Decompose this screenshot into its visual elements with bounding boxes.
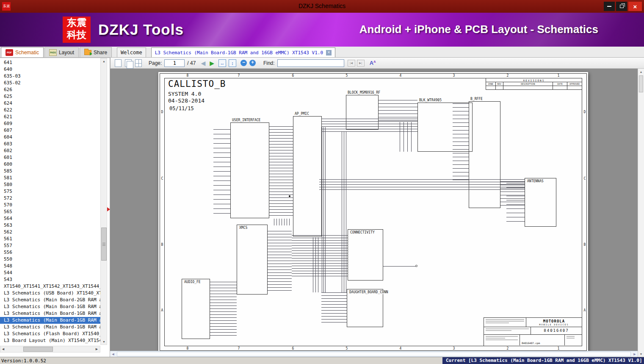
find-next-button[interactable]: ▶| [357,60,365,67]
prev-page-button[interactable]: ◀ [201,60,205,67]
sidebar-item[interactable]: XT1540_XT1541_XT1542_XT1543_XT1544_XT1 [0,283,100,290]
sidebar-item[interactable]: 580 [0,181,100,188]
sidebar-item[interactable]: 635-03 [0,73,100,80]
tab-layout[interactable]: PADS Layout [44,47,79,57]
grid-label: 1 [554,347,563,350]
sidebar-item[interactable]: 641 [0,59,100,66]
app-window: 东震 DZKJ Schematics × 东震 科技 DZKJ Tools An… [0,0,644,364]
scroll-left-icon[interactable]: ◀ [110,351,116,357]
sidebar-item[interactable]: 601 [0,154,100,161]
tab-share[interactable]: Share [80,47,112,57]
next-page-button[interactable]: ▶ [210,60,214,67]
sidebar-item[interactable]: 544 [0,270,100,276]
zoom-in-button[interactable]: + [249,60,256,66]
sidebar-item[interactable]: 603 [0,141,100,147]
scroll-up-icon[interactable]: ▲ [101,58,107,64]
page-single-icon[interactable] [115,59,122,67]
close-button[interactable]: × [628,2,642,11]
sidebar-item[interactable]: 575 [0,188,100,195]
sidebar-item[interactable]: 621 [0,114,100,120]
page-facing-icon[interactable] [125,59,132,67]
scroll-right-icon[interactable]: ▶ [632,351,638,357]
sidebar-item[interactable]: 550 [0,256,100,263]
sidebar-item[interactable]: 562 [0,229,100,236]
sidebar-item[interactable]: L3 Schematics (Main Board-1GB RAM and [0,303,100,310]
sidebar-item[interactable]: L3 Board Layout (Main) XT1540_XT1541_X [0,337,100,344]
sidebar-item[interactable]: 565 [0,208,100,215]
sidebar-item[interactable]: 557 [0,242,100,249]
wire-bundle [453,103,469,183]
sidebar-vertical-scrollbar[interactable]: ▲ ▼ [100,58,107,345]
fit-page-button[interactable]: ↕ [229,59,236,67]
title-block-cell [484,327,531,334]
fit-width-button[interactable]: ↔ [218,59,226,67]
block-ap-pmic: AP_PMIC [293,116,322,236]
scrollbar-thumb[interactable] [23,347,53,352]
sidebar-item[interactable]: 572 [0,195,100,202]
tab-close-icon[interactable]: × [326,50,332,56]
sidebar-item[interactable]: L3 Schematics (Main Board-1GB RAM and [0,317,100,324]
sidebar-item[interactable]: 626 [0,86,100,93]
page-label: Page: [149,60,162,66]
sidebar-item[interactable]: 563 [0,222,100,229]
splitter-arrow-icon[interactable] [107,207,110,211]
sidebar-item[interactable]: 570 [0,202,100,208]
tabbar: PDF Schematic PADS Layout Share Welcome … [0,47,644,58]
grid-label: D [583,110,587,114]
scroll-down-icon[interactable]: ▼ [638,351,644,357]
find-prev-button[interactable]: |◀ [348,60,355,67]
sidebar-item[interactable]: 564 [0,215,100,222]
sidebar-horizontal-scrollbar[interactable]: ◀ ▶ [0,346,100,353]
sidebar-item[interactable]: 602 [0,147,100,154]
scroll-right-icon[interactable]: ▶ [94,346,100,352]
sidebar-item[interactable]: L3 Schematics (USB Board) XT1540_XT154 [0,290,100,297]
sidebar-item[interactable]: 625 [0,93,100,100]
block-antennas: ANTENNAS [525,178,556,227]
sidebar-item[interactable]: 640 [0,66,100,73]
sidebar-item[interactable]: L3 Schematics (Main Board-1GB RAM and [0,324,100,331]
scroll-up-icon[interactable]: ▲ [638,69,644,75]
scrollbar-thumb[interactable] [117,352,631,356]
sidebar-item[interactable]: 607 [0,127,100,134]
sidebar-item[interactable]: 585 [0,168,100,175]
minimize-button[interactable] [604,2,615,11]
scrollbar-thumb[interactable] [101,228,107,261]
main-horizontal-scrollbar[interactable]: ◀ ▶ [110,351,638,357]
font-size-button[interactable]: AA [370,60,376,66]
sidebar-item[interactable]: 604 [0,134,100,141]
sidebar-item[interactable]: 543 [0,276,100,283]
page-input[interactable] [164,59,185,67]
sidebar-item[interactable]: 556 [0,249,100,256]
sidebar-item[interactable]: 622 [0,107,100,114]
sidebar-item[interactable]: 600 [0,161,100,168]
sidebar-item[interactable]: L3 Schematics (Main Board-1GB RAM and [0,310,100,317]
main-viewer[interactable]: 8 7 6 5 4 3 2 1 8 7 6 5 4 3 2 1 D C B A … [110,69,644,357]
sidebar-item[interactable]: 548 [0,263,100,270]
sidebar-item[interactable]: 624 [0,100,100,107]
scroll-left-icon[interactable]: ◀ [0,346,6,352]
tab-layout-label: Layout [59,50,74,56]
scrollbar-thumb[interactable] [639,75,643,92]
sidebar-item[interactable]: L3 Schematics (Main Board-2GB RAM and [0,297,100,303]
sidebar-item[interactable]: L3 Schematics (Flash Board) XT1540_XT1 [0,331,100,337]
schematic-title: CALLISTO_B [168,79,226,89]
sidebar-item[interactable]: 561 [0,236,100,242]
main-vertical-scrollbar[interactable]: ▲ ▼ [638,69,644,357]
sidebar-item[interactable]: 635-02 [0,80,100,86]
scroll-down-icon[interactable]: ▼ [101,339,107,345]
grid-label: A [160,308,164,312]
tab-document[interactable]: L3 Schematics (Main Board-1GB RAM and 16… [151,47,335,57]
tab-welcome[interactable]: Welcome [117,47,146,57]
grid-label: B [160,243,164,247]
sidebar-item[interactable]: 581 [0,175,100,181]
wire-bundle [400,122,415,152]
tab-schematic[interactable]: PDF Schematic [1,47,44,57]
page-total: / 47 [187,60,196,66]
find-input[interactable] [277,59,344,67]
zoom-out-button[interactable]: − [240,60,247,66]
block-xmcs: XMCS [237,225,268,295]
page-multi-icon[interactable] [135,59,142,67]
maximize-button[interactable] [616,2,627,11]
drawing-filename: 84016407.cpm [522,342,540,345]
sidebar-item[interactable]: 609 [0,120,100,127]
